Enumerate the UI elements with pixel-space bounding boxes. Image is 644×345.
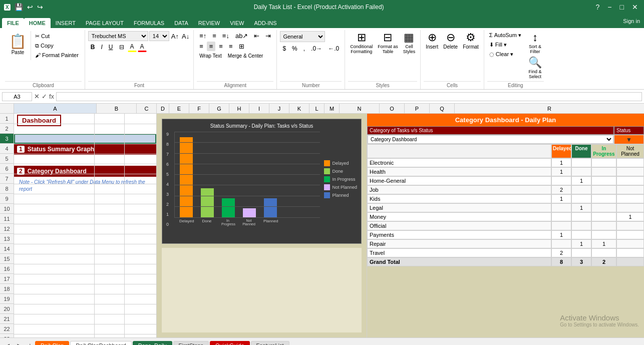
sheet-tab-featurelist[interactable]: FeatureList (251, 341, 289, 345)
row-21[interactable]: 21 (0, 314, 14, 324)
cat-cell-label-6[interactable]: Money (367, 212, 551, 221)
col-header-q[interactable]: Q (430, 104, 455, 113)
col-header-e[interactable]: E (169, 104, 189, 113)
col-header-h[interactable]: H (229, 104, 249, 113)
row-15[interactable]: 15 (0, 254, 14, 264)
formula-input[interactable] (56, 92, 642, 101)
row-3[interactable]: 3 (0, 134, 14, 144)
row-2[interactable]: 2 (0, 124, 14, 134)
col-header-k[interactable]: K (289, 104, 309, 113)
merge-center-btn[interactable]: Merge & Center (225, 52, 266, 60)
col-header-d[interactable]: D (157, 104, 169, 113)
add-sheet-btn[interactable]: + (26, 341, 34, 345)
col-header-l[interactable]: L (309, 104, 325, 113)
decrease-decimal-btn[interactable]: .0→ (308, 44, 325, 53)
next-sheet-btn[interactable]: ► (14, 341, 25, 345)
percent-btn[interactable]: % (289, 44, 300, 53)
format-cells-btn[interactable]: ⚙ Format (461, 31, 481, 51)
col-header-g[interactable]: G (209, 104, 229, 113)
col-header-o[interactable]: O (380, 104, 405, 113)
row-19[interactable]: 19 (0, 294, 14, 304)
redo-btn[interactable]: ↪ (36, 2, 44, 12)
cat-cell-label-2[interactable]: Home-General (367, 176, 551, 185)
tab-page-layout[interactable]: PAGE LAYOUT (81, 18, 129, 28)
cat-cell-label-5[interactable]: Legal (367, 203, 551, 212)
help-btn[interactable]: ? (594, 2, 602, 12)
cat-cell-label-10[interactable]: Travel (367, 248, 551, 257)
maximize-btn[interactable]: □ (618, 2, 626, 12)
orientation-btn[interactable]: ab↗ (233, 31, 250, 41)
row-22[interactable]: 22 (0, 324, 14, 334)
save-btn[interactable]: 💾 (14, 2, 24, 12)
undo-btn[interactable]: ↩ (26, 2, 34, 12)
clear-btn[interactable]: ◌ Clear ▾ (487, 50, 523, 59)
row-9[interactable]: 9 (0, 194, 14, 204)
align-right-btn[interactable]: ≡ (216, 42, 225, 51)
row-6[interactable]: 6 (0, 164, 14, 174)
sheet-tab-quickguide[interactable]: QuickGuide (210, 341, 249, 345)
align-top-left-btn[interactable]: ≡↑ (197, 31, 209, 41)
align-justify-btn[interactable]: ≡ (226, 42, 235, 51)
sheet-tab-donedaily[interactable]: Done_Daily (133, 341, 172, 345)
col-header-b[interactable]: B (97, 104, 137, 113)
cancel-formula-btn[interactable]: ✕ (34, 93, 40, 100)
row-23[interactable]: 23 (0, 334, 14, 337)
fill-color-button[interactable]: A (128, 42, 137, 52)
col-header-i[interactable]: I (249, 104, 269, 113)
category-filter-select[interactable]: Category Dashboard (368, 135, 613, 144)
row-5[interactable]: 5 (0, 154, 14, 164)
row-18[interactable]: 18 (0, 284, 14, 294)
tab-formulas[interactable]: FORMULAS (129, 18, 169, 28)
insert-function-btn[interactable]: fx (49, 93, 54, 100)
col-header-r[interactable]: R (455, 104, 644, 113)
italic-button[interactable]: I (98, 43, 105, 52)
cat-cell-label-7[interactable]: Official (367, 221, 551, 230)
increase-decimal-btn[interactable]: ←.0 (326, 44, 342, 53)
indent-decrease-btn[interactable]: ⇤ (251, 31, 262, 41)
align-top-center-btn[interactable]: ≡ (210, 31, 219, 41)
decrease-font-btn[interactable]: A↓ (181, 32, 190, 41)
row-7[interactable]: 7 (0, 174, 14, 184)
row-20[interactable]: 20 (0, 304, 14, 314)
tab-view[interactable]: VIEW (225, 18, 249, 28)
accounting-btn[interactable]: $ (280, 44, 288, 53)
align-center-btn[interactable]: ≡ (207, 42, 216, 51)
tab-data[interactable]: DATA (169, 18, 193, 28)
close-btn[interactable]: ✕ (630, 2, 640, 12)
conditional-formatting-btn[interactable]: ⊞ ConditionalFormatting (348, 31, 375, 55)
cat-cell-label-3[interactable]: Job (367, 185, 551, 194)
tab-review[interactable]: REVIEW (193, 18, 225, 28)
indent-increase-btn[interactable]: ⇥ (263, 31, 273, 41)
row-13[interactable]: 13 (0, 234, 14, 244)
cat-cell-label-1[interactable]: Health (367, 167, 551, 176)
number-format-select[interactable]: General (280, 31, 325, 42)
fill-btn[interactable]: ⬇ Fill ▾ (487, 41, 523, 49)
col-header-m[interactable]: M (325, 104, 340, 113)
font-name-select[interactable]: Trebuchet MS (88, 31, 148, 41)
row-10[interactable]: 10 (0, 204, 14, 214)
row-4[interactable]: 4 (0, 144, 14, 154)
row-12[interactable]: 12 (0, 224, 14, 234)
tab-home[interactable]: HOME (24, 18, 51, 28)
sheet-tab-dailyplan[interactable]: DailyPlan (35, 341, 69, 345)
tab-addins[interactable]: ADD-INS (249, 18, 281, 28)
increase-font-btn[interactable]: A↑ (170, 32, 180, 41)
align-top-right-btn[interactable]: ≡↓ (220, 31, 232, 41)
copy-button[interactable]: ⧉ Copy (33, 42, 81, 50)
col-header-a[interactable]: A (14, 104, 97, 113)
tab-file[interactable]: FILE (2, 18, 24, 28)
selected-cell[interactable] (14, 134, 156, 144)
col-header-c[interactable]: C (137, 104, 157, 113)
cat-cell-label-8[interactable]: Payments (367, 230, 551, 239)
tab-insert[interactable]: INSERT (51, 18, 81, 28)
sheet-tab-firststeps[interactable]: FirstSteps (173, 341, 209, 345)
cell-styles-btn[interactable]: ▦ CellStyles (401, 31, 418, 55)
font-color-button[interactable]: A (138, 42, 147, 52)
row-1[interactable]: 1 (0, 114, 14, 124)
bold-button[interactable]: B (88, 43, 98, 52)
sheet-tab-dailyplandashboard[interactable]: DailyPlanDashboard (70, 341, 131, 345)
row-11[interactable]: 11 (0, 214, 14, 224)
sort-filter-btn[interactable]: ↕ Sort &Filter (526, 31, 544, 55)
sign-in[interactable]: Sign in (623, 18, 644, 24)
paste-button[interactable]: 📋 Paste (5, 31, 31, 60)
